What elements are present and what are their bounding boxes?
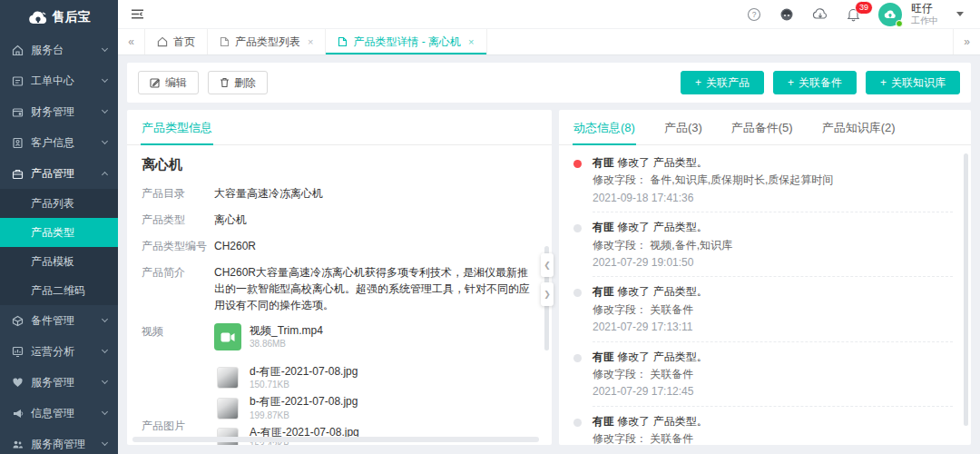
sidebar-item-products[interactable]: 产品管理 — [0, 158, 118, 189]
tab-knowledge-base[interactable]: 产品知识库(2) — [821, 110, 897, 144]
sidebar-item-service-desk[interactable]: 服务台 — [0, 35, 118, 65]
help-icon[interactable]: ? — [747, 7, 761, 22]
video-file-icon — [214, 323, 241, 350]
sidebar-item-product-list[interactable]: 产品列表 — [0, 189, 118, 218]
chevron-down-icon — [102, 138, 108, 144]
timeline-user: 有匪 — [593, 221, 614, 233]
close-tab-icon[interactable]: × — [468, 36, 474, 47]
tab-product-type-info[interactable]: 产品类型信息 — [141, 110, 213, 144]
right-panel-vertical-scrollbar[interactable] — [964, 153, 968, 426]
toolbar-right-actions: + 关联产品 + 关联备件 + 关联知识库 — [681, 71, 960, 94]
sidebar-item-label: 服务台 — [31, 43, 95, 58]
timeline-timestamp: 2021-07-29 17:13:11 — [593, 321, 953, 333]
sidebar-item-label: 财务管理 — [31, 104, 95, 120]
collapse-left-panel-button[interactable]: ❮ — [541, 253, 554, 277]
chevron-down-icon — [102, 409, 108, 415]
timeline-action: 修改了 产品类型。 — [614, 221, 708, 233]
tabs-scroll-left[interactable]: « — [118, 29, 145, 54]
tab-activity-feed[interactable]: 动态信息(8) — [573, 110, 636, 144]
field-value: CH260R — [214, 238, 537, 254]
chevron-down-icon — [102, 316, 108, 322]
expand-right-panel-button[interactable]: ❯ — [541, 282, 554, 306]
timeline-user: 有匪 — [593, 156, 614, 169]
sidebar-item-work-orders[interactable]: 工单中心 — [0, 65, 118, 96]
product-type-title: 离心机 — [142, 156, 537, 173]
user-menu-caret-icon[interactable] — [956, 12, 964, 16]
sidebar-item-label: 产品类型 — [31, 225, 74, 241]
left-panel-horizontal-scrollbar[interactable] — [132, 437, 539, 442]
link-knowledge-base-label: 关联知识库 — [891, 75, 946, 91]
timeline-item: 有匪 修改了 产品类型。 修改字段： 视频,备件,知识库 2021-07-29 … — [573, 221, 953, 285]
tab-product-type-detail[interactable]: 产品类型详情 - 离心机 × — [326, 29, 486, 54]
notifications-bell-icon[interactable]: 39 — [847, 7, 860, 22]
collapse-sidebar-icon[interactable] — [131, 8, 144, 20]
right-panel-tabs: 动态信息(8) 产品(3) 产品备件(5) 产品知识库(2) — [559, 110, 971, 145]
sidebar-item-finance[interactable]: 财务管理 — [0, 96, 118, 127]
delete-button-label: 删除 — [234, 75, 256, 91]
sidebar-item-product-qrcode[interactable]: 产品二维码 — [0, 276, 118, 305]
field-value: 离心机 — [214, 212, 537, 228]
avatar[interactable] — [878, 3, 902, 26]
file-size: 199.87KB — [250, 410, 358, 421]
timeline-detail: 修改字段： 关联备件 — [593, 303, 953, 316]
megaphone-icon — [12, 408, 24, 419]
file-name: d-有匪-2021-07-08.jpg — [250, 365, 358, 378]
sidebar-item-service-mgmt[interactable]: 服务管理 — [0, 367, 118, 398]
activity-timeline: 有匪 修改了 产品类型。 修改字段： 备件,知识库,质保期时长,质保起算时间 2… — [559, 145, 971, 445]
image-file-item[interactable]: b-有匪-2021-07-08.jpg 199.87KB — [214, 395, 537, 420]
tab-product-type-list[interactable]: 产品类型列表 × — [208, 29, 326, 54]
field-row: 产品目录 大容量高速冷冻离心机 — [142, 185, 537, 202]
user-info[interactable]: 旺仔 工作中 — [911, 3, 938, 25]
link-product-button[interactable]: + 关联产品 — [681, 71, 764, 94]
brand-logo[interactable]: 售后宝 — [0, 0, 118, 35]
notification-badge: 39 — [855, 1, 873, 15]
edit-button[interactable]: 编辑 — [138, 71, 199, 94]
sidebar-item-product-type[interactable]: 产品类型 — [0, 218, 118, 247]
sidebar-item-product-template[interactable]: 产品模板 — [0, 247, 118, 276]
tabs-scroll-right[interactable]: » — [953, 29, 980, 54]
file-size: 38.86MB — [250, 339, 323, 350]
document-icon — [220, 36, 230, 47]
page-tabbar: « 首页 产品类型列表 × 产品类型详情 - 离心机 × » — [118, 29, 980, 55]
tab-label: 产品类型详情 - 离心机 — [353, 35, 461, 50]
id-card-icon — [12, 137, 24, 149]
video-file-item[interactable]: 视频_Trim.mp4 38.86MB — [214, 323, 537, 350]
ticket-icon — [12, 75, 24, 87]
product-type-info-panel: 产品类型信息 离心机 产品目录 大容量高速冷冻离心机 产品类型 离心机 — [127, 110, 552, 445]
chevron-down-icon — [102, 45, 108, 52]
timeline-timestamp: 2021-07-29 19:01:50 — [593, 256, 953, 269]
delete-button[interactable]: 删除 — [208, 71, 268, 94]
main-column: ? 39 旺仔 工作中 — [118, 0, 980, 454]
timeline-item: 有匪 修改了 产品类型。 修改字段： 备件,知识库,质保期时长,质保起算时间 2… — [573, 156, 953, 221]
link-spare-part-button[interactable]: + 关联备件 — [773, 71, 857, 94]
sidebar-item-analytics[interactable]: 运营分析 — [0, 336, 118, 367]
tab-spare-parts[interactable]: 产品备件(5) — [730, 110, 794, 144]
timeline-action: 修改了 产品类型。 — [614, 285, 708, 298]
chevron-down-icon — [102, 107, 108, 114]
sidebar-item-provider-mgmt[interactable]: 服务商管理 — [0, 429, 118, 454]
sidebar-item-customers[interactable]: 客户信息 — [0, 127, 118, 158]
edit-button-label: 编辑 — [165, 75, 187, 91]
timeline-detail: 修改字段： 关联备件 — [593, 368, 953, 380]
plus-icon: + — [788, 76, 794, 89]
sidebar-item-label: 客户信息 — [31, 135, 95, 151]
field-label: 产品类型编号 — [142, 238, 214, 254]
sidebar-item-label: 信息管理 — [31, 406, 95, 421]
field-row-images: 产品图片 d-有匪-2021-07-08.jpg 150.71KB — [142, 365, 537, 445]
timeline-timestamp: 2021-09-18 17:41:36 — [593, 192, 953, 204]
close-tab-icon[interactable]: × — [308, 36, 313, 47]
tab-products[interactable]: 产品(3) — [663, 110, 703, 144]
image-file-item[interactable]: d-有匪-2021-07-08.jpg 150.71KB — [214, 365, 537, 390]
support-agent-icon[interactable] — [779, 7, 794, 22]
sidebar-item-info-mgmt[interactable]: 信息管理 — [0, 398, 118, 429]
tab-home[interactable]: 首页 — [145, 29, 208, 54]
user-name: 旺仔 — [911, 3, 938, 15]
field-label: 产品图片 — [142, 418, 214, 434]
link-knowledge-base-button[interactable]: + 关联知识库 — [866, 71, 960, 94]
sidebar-item-spare-parts[interactable]: 备件管理 — [0, 305, 118, 336]
people-icon — [12, 439, 24, 450]
cloud-download-icon[interactable] — [812, 7, 828, 21]
plus-icon: + — [880, 76, 887, 89]
document-icon — [338, 36, 348, 47]
action-toolbar: 编辑 删除 + 关联产品 + 关联备件 + — [127, 63, 971, 103]
